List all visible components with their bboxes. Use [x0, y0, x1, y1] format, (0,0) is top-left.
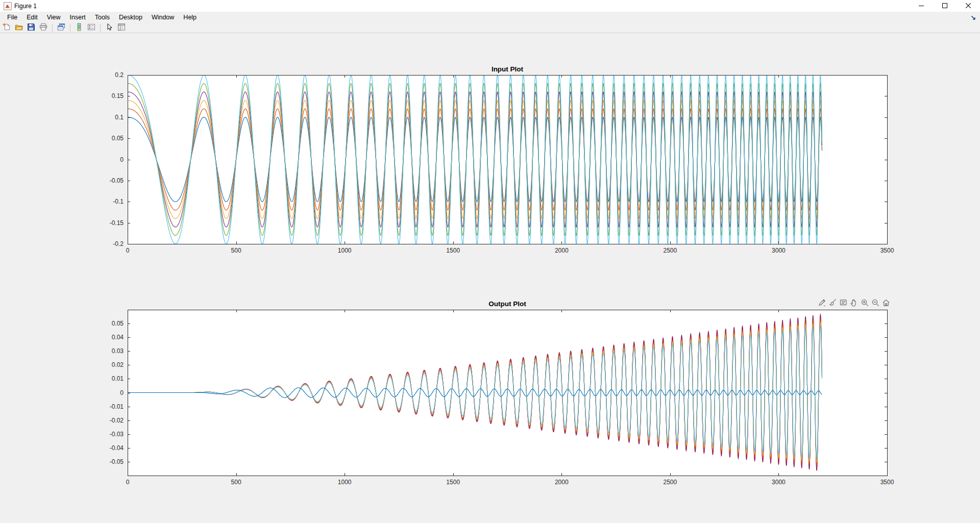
output-plot-ytick-label: 0.02: [112, 361, 124, 368]
brush-icon: [828, 298, 837, 309]
output-plot-ytick-label: -0.02: [110, 417, 124, 424]
window-titlebar[interactable]: Figure 1: [0, 0, 980, 12]
menu-file[interactable]: File: [3, 12, 22, 22]
new-figure-button[interactable]: [2, 23, 12, 33]
datatips-icon: [839, 298, 848, 309]
figure-toolbar: [0, 23, 980, 33]
input-plot-ytick-label: -0.2: [113, 240, 124, 247]
input-plot-ytick-label: 0.15: [112, 92, 124, 99]
input-plot-ytick-label: 0: [120, 156, 124, 163]
open-file-button[interactable]: [14, 23, 24, 33]
output-plot-ytick-label: 0.04: [112, 334, 124, 341]
input-plot-ytick-label: 0.2: [115, 71, 124, 79]
maximize-icon: [942, 2, 947, 10]
input-plot-xtick-label: 3500: [880, 247, 894, 254]
output-plot-xtick-label: 1500: [446, 479, 460, 486]
menu-view[interactable]: View: [42, 12, 65, 22]
output-plot-xtick-label: 3500: [880, 479, 894, 486]
output-plot-region: 0500100015002000250030003500-0.05-0.04-0…: [89, 293, 914, 495]
zoom-out-icon: [871, 298, 880, 309]
export-icon: [817, 298, 826, 309]
input-plot-ytick-label: 0.05: [112, 135, 124, 142]
window-title: Figure 1: [14, 3, 37, 10]
restore-view-icon: [881, 298, 891, 309]
pan-icon: [849, 298, 859, 309]
link-plot-button[interactable]: [56, 23, 66, 33]
toolbar-separator: [70, 24, 70, 32]
menu-edit[interactable]: Edit: [22, 12, 42, 22]
property-inspector-button[interactable]: [116, 23, 127, 33]
input-plot-xtick-label: 3000: [772, 247, 786, 254]
zoom-out-button[interactable]: [870, 298, 880, 308]
open-file-icon: [15, 23, 23, 33]
input-plot-xtick-label: 2000: [555, 247, 569, 254]
window-controls: [910, 0, 980, 12]
new-figure-icon: [3, 23, 11, 33]
matlab-figure-icon: [4, 2, 12, 10]
output-plot-ytick-label: 0.01: [112, 375, 124, 382]
pan-button[interactable]: [849, 298, 859, 308]
insert-legend-icon: [87, 23, 95, 33]
input-plot-ytick-label: -0.1: [113, 198, 124, 205]
output-plot-xtick-label: 500: [231, 479, 241, 486]
output-plot-ytick-label: -0.05: [110, 458, 124, 465]
input-plot-title: Input Plot: [492, 65, 524, 73]
zoom-in-button[interactable]: [860, 298, 869, 308]
edit-plot-icon: [105, 23, 113, 33]
minimize-button[interactable]: [910, 0, 933, 12]
property-inspector-icon: [117, 23, 126, 33]
export-button[interactable]: [817, 298, 826, 308]
menu-window[interactable]: Window: [147, 12, 179, 22]
input-plot-xtick-label: 1500: [446, 247, 460, 254]
input-plot-ytick-label: -0.15: [110, 219, 124, 227]
output-plot-xtick-label: 2500: [664, 479, 677, 486]
toolbar-separator: [52, 24, 53, 32]
menu-tools[interactable]: Tools: [90, 12, 114, 22]
input-plot-ytick-label: -0.05: [110, 177, 124, 184]
toolbar-separator: [100, 24, 101, 32]
brush-button[interactable]: [827, 298, 837, 308]
output-plot-xtick-label: 3000: [772, 479, 786, 486]
figure-canvas: 0500100015002000250030003500-0.2-0.15-0.…: [0, 34, 980, 523]
menu-help[interactable]: Help: [179, 12, 201, 22]
menu-desktop[interactable]: Desktop: [114, 12, 147, 22]
output-plot-ytick-label: -0.01: [110, 403, 124, 410]
input-plot-xtick-label: 0: [126, 247, 130, 254]
save-figure-button[interactable]: [26, 23, 36, 33]
close-button[interactable]: [957, 0, 980, 12]
link-plot-icon: [57, 23, 65, 33]
print-figure-button[interactable]: [38, 23, 48, 33]
maximize-button[interactable]: [933, 0, 957, 12]
output-plot-xtick-label: 2000: [555, 479, 569, 486]
close-icon: [966, 2, 971, 10]
output-plot-xtick-label: 1000: [338, 479, 352, 486]
datatips-button[interactable]: [838, 298, 848, 308]
minimize-icon: [919, 2, 924, 10]
insert-legend-button[interactable]: [86, 23, 96, 33]
output-plot-ytick-label: 0: [120, 389, 124, 396]
output-plot-ytick-label: 0.05: [112, 320, 124, 327]
print-figure-icon: [39, 23, 47, 33]
input-plot-region: 0500100015002000250030003500-0.2-0.15-0.…: [89, 61, 914, 263]
input-plot-ytick-label: 0.1: [115, 114, 124, 121]
zoom-in-icon: [860, 298, 869, 309]
output-plot-ytick-label: 0.03: [112, 347, 124, 355]
dock-figure-icon[interactable]: [970, 14, 977, 21]
menu-bar: FileEditViewInsertToolsDesktopWindowHelp: [0, 12, 980, 23]
output-plot-ytick-label: -0.03: [110, 431, 124, 438]
output-plot-canvas[interactable]: 0500100015002000250030003500-0.05-0.04-0…: [89, 293, 914, 495]
input-plot-xtick-label: 500: [231, 247, 241, 254]
restore-view-button[interactable]: [881, 298, 891, 308]
save-figure-icon: [27, 23, 35, 33]
axes-toolbar: [817, 298, 891, 308]
insert-colorbar-button[interactable]: [74, 23, 84, 33]
edit-plot-button[interactable]: [104, 23, 114, 33]
output-plot-title: Output Plot: [488, 300, 526, 308]
input-plot-canvas[interactable]: 0500100015002000250030003500-0.2-0.15-0.…: [89, 61, 914, 263]
input-plot-xtick-label: 1000: [338, 247, 352, 254]
output-plot-xtick-label: 0: [126, 479, 130, 486]
output-plot-ytick-label: -0.04: [110, 444, 124, 452]
input-plot-xtick-label: 2500: [664, 247, 677, 254]
insert-colorbar-icon: [75, 23, 83, 33]
menu-insert[interactable]: Insert: [65, 12, 90, 22]
